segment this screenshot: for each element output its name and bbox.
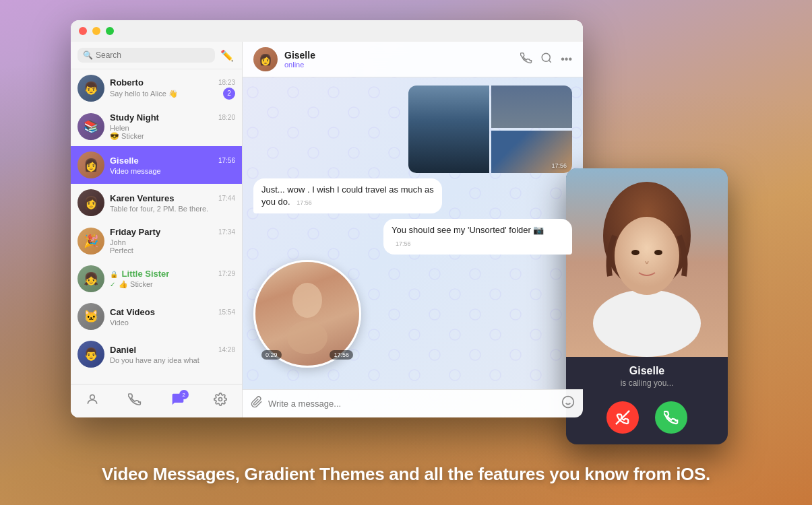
- chat-header-status: online: [284, 61, 513, 69]
- conv-name-study-night: Study Night: [110, 112, 159, 123]
- svg-point-4: [292, 283, 322, 318]
- tagline: Video Messages, Gradient Themes and all …: [0, 464, 812, 485]
- conv-name-giselle: Giselle: [110, 156, 139, 166]
- conv-preview-little-sister: ✓ 👍 Sticker: [110, 280, 153, 289]
- app-window: 🔍 ✏️ 👦 Roberto 18:23: [71, 20, 583, 417]
- received-message-travel: Just... wow . I wish I could travel as m…: [253, 178, 442, 213]
- lock-icon: 🔒: [110, 271, 118, 278]
- conv-info-little-sister: 🔒 Little Sister 17:29 ✓ 👍 Sticker: [110, 269, 235, 289]
- conv-time-friday: 17:34: [218, 228, 235, 236]
- conversation-item-roberto[interactable]: 👦 Roberto 18:23 Say hello to Alice 👋 2: [71, 69, 242, 107]
- title-bar: [71, 20, 583, 42]
- traffic-light-red[interactable]: [79, 27, 87, 35]
- conv-name-friday: Friday Party: [110, 227, 160, 237]
- svg-point-15: [654, 250, 662, 255]
- svg-point-6: [563, 397, 574, 408]
- chat-header-actions: •••: [520, 52, 572, 67]
- sidebar-nav: 2: [71, 384, 242, 417]
- conv-name-roberto: Roberto: [110, 77, 144, 88]
- conv-time-karen: 17:44: [218, 195, 235, 202]
- nav-profile-button[interactable]: [80, 390, 104, 412]
- conv-time-roberto: 18:23: [218, 79, 235, 86]
- svg-point-2: [542, 53, 550, 61]
- conversation-item-little-sister[interactable]: 👧 🔒 Little Sister 17:29 ✓ 👍 Sticker: [71, 260, 242, 298]
- conversation-item-giselle[interactable]: 👩 Giselle 17:56 Video message: [71, 146, 242, 184]
- accept-call-button[interactable]: [655, 401, 687, 434]
- chat-header-name: Giselle: [284, 50, 513, 61]
- message-text: Just... wow . I wish I could travel as m…: [261, 184, 434, 207]
- traffic-light-green[interactable]: [106, 27, 114, 35]
- nav-calls-button[interactable]: [123, 390, 147, 412]
- app-body: 🔍 ✏️ 👦 Roberto 18:23: [71, 42, 583, 417]
- emoji-button[interactable]: [561, 395, 575, 412]
- conv-name-daniel: Daniel: [110, 345, 136, 355]
- avatar-roberto: 👦: [77, 75, 104, 102]
- caller-photo: [566, 168, 728, 357]
- sent-message-unsorted: You should see my 'Unsorted' folder 📷 17…: [383, 219, 572, 254]
- conversation-item-study-night[interactable]: 📚 Study Night 18:20 Helen😎 Sticker: [71, 107, 242, 146]
- avatar-karen: 👩: [77, 189, 104, 216]
- conv-preview-karen: Table for four, 2 PM. Be there.: [110, 205, 208, 213]
- search-icon: 🔍: [83, 50, 93, 60]
- voice-message[interactable]: 0:29 17:56: [253, 260, 361, 368]
- search-bar: 🔍 ✏️: [71, 42, 242, 69]
- conv-info-roberto: Roberto 18:23 Say hello to Alice 👋 2: [110, 77, 235, 100]
- message-time: 17:56: [296, 199, 312, 206]
- svg-point-0: [90, 395, 94, 399]
- attach-button[interactable]: [251, 396, 263, 411]
- conv-preview-giselle: Video message: [110, 167, 161, 175]
- avatar-friday: 🎉: [77, 228, 104, 255]
- traffic-light-yellow[interactable]: [92, 27, 100, 35]
- search-input-wrap[interactable]: 🔍: [77, 48, 215, 63]
- caller-name: Giselle: [577, 365, 717, 377]
- conversation-list: 👦 Roberto 18:23 Say hello to Alice 👋 2: [71, 69, 242, 384]
- conv-time-daniel: 14:28: [218, 346, 235, 354]
- voice-duration: 0:29: [261, 350, 282, 360]
- nav-chats-button[interactable]: 2: [166, 390, 190, 412]
- nav-settings-button[interactable]: [208, 390, 232, 412]
- conv-time-cat-videos: 15:54: [218, 308, 235, 316]
- avatar-little-sister: 👧: [77, 265, 104, 292]
- conversation-item-friday[interactable]: 🎉 Friday Party 17:34 JohnPerfect: [71, 222, 242, 260]
- conv-preview-study-night: Helen😎 Sticker: [110, 124, 144, 141]
- conv-info-karen: Karen Ventures 17:44 Table for four, 2 P…: [110, 193, 235, 213]
- call-info: Giselle is calling you...: [566, 357, 728, 396]
- decline-call-button[interactable]: [606, 401, 639, 434]
- svg-point-13: [615, 217, 679, 295]
- conv-preview-friday: JohnPerfect: [110, 238, 133, 255]
- conv-name-little-sister: 🔒 Little Sister: [110, 269, 169, 279]
- search-chat-button[interactable]: [540, 52, 553, 67]
- conv-preview-cat-videos: Video: [110, 318, 129, 327]
- call-photo: [566, 168, 728, 357]
- conv-time-study-night: 18:20: [218, 114, 235, 121]
- conversation-item-cat-videos[interactable]: 🐱 Cat Videos 15:54 Video: [71, 298, 242, 335]
- badge-roberto: 2: [223, 88, 235, 100]
- conv-info-friday: Friday Party 17:34 JohnPerfect: [110, 227, 235, 255]
- conversation-item-daniel[interactable]: 👨 Daniel 14:28 Do you have any idea what: [71, 335, 242, 373]
- chat-header: 👩 Giselle online: [243, 42, 583, 77]
- svg-point-12: [593, 290, 701, 357]
- avatar-cat-videos: 🐱: [77, 303, 104, 330]
- photo-city: [491, 86, 572, 128]
- chats-badge: 2: [179, 390, 189, 399]
- search-input[interactable]: [96, 50, 210, 60]
- conv-name-cat-videos: Cat Videos: [110, 307, 155, 317]
- conv-info-giselle: Giselle 17:56 Video message: [110, 156, 235, 175]
- chat-area: 👩 Giselle online: [243, 42, 583, 417]
- photo-timestamp: 17:56: [551, 162, 567, 169]
- compose-button[interactable]: ✏️: [219, 47, 235, 63]
- chat-input-bar: [243, 389, 583, 417]
- conv-info-cat-videos: Cat Videos 15:54 Video: [110, 307, 235, 327]
- conv-preview-roberto: Say hello to Alice 👋: [110, 90, 178, 98]
- more-options-button[interactable]: •••: [561, 53, 572, 65]
- avatar-giselle: 👩: [77, 152, 104, 178]
- checkmark-icon: ✓: [110, 281, 115, 288]
- conversation-item-karen[interactable]: 👩 Karen Ventures 17:44 Table for four, 2…: [71, 184, 242, 222]
- message-text: You should see my 'Unsorted' folder 📷: [392, 225, 544, 235]
- avatar-daniel: 👨: [77, 341, 104, 368]
- svg-line-3: [549, 60, 551, 62]
- call-button[interactable]: [520, 52, 532, 67]
- chat-messages[interactable]: 17:56 Just... wow . I wish I could trave…: [243, 77, 583, 389]
- message-input[interactable]: [268, 399, 556, 409]
- photo-mountain: [408, 86, 489, 173]
